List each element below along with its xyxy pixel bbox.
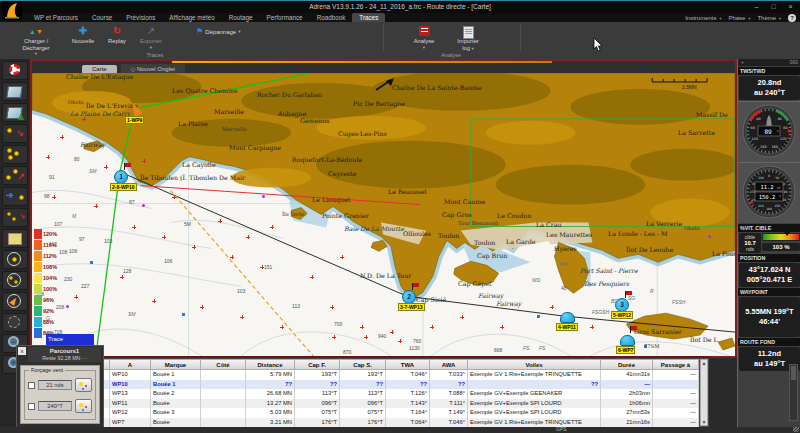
- waypoint-arrow-icon[interactable]: ➔: [2, 187, 28, 206]
- charger-decharger-button[interactable]: ▲▼ Charger / Décharger ▾: [10, 25, 62, 58]
- column-header-c-t-[interactable]: Côté: [201, 359, 246, 370]
- close-button[interactable]: ×: [783, 2, 798, 12]
- waypoint-label[interactable]: 3-7-WP13: [398, 303, 425, 311]
- table-row[interactable]: WP11WP12Bouée 35.03 MN075°T075°TT.164°T.…: [58, 408, 699, 418]
- waypoint-label[interactable]: 2-8-WP10: [110, 183, 137, 191]
- chart-scale-label: 2.5MN: [682, 84, 697, 90]
- svg-text:40: 40: [777, 117, 781, 121]
- place-label: Gros Sarranier: [634, 328, 682, 335]
- place-label: Obstn: [684, 225, 700, 231]
- column-header-dur-e[interactable]: Durée: [601, 359, 653, 370]
- tab-nouvel-onglet[interactable]: ◇ Nouvel Onglet: [121, 64, 185, 73]
- waypoint-marker[interactable]: [620, 335, 635, 346]
- troubleshoot-icon: ⚑: [196, 27, 203, 36]
- svg-text:80: 80: [783, 126, 787, 130]
- maximize-button[interactable]: □: [766, 2, 781, 12]
- table-row[interactable]: WP10WP13Bouée 226.68 MN113°T113°TT.126°T…: [58, 389, 699, 399]
- instrument-settings-icon[interactable]: +: [741, 59, 744, 66]
- table-row[interactable]: WP12WP7Bouée3.21 MN176°T176°TT.064°T.046…: [58, 418, 699, 428]
- wind-dir-picker-button[interactable]: [75, 399, 92, 413]
- menu-th-me[interactable]: Thème ▾: [757, 15, 781, 21]
- menu-tab-performance[interactable]: Performance: [260, 13, 310, 22]
- exporter-button[interactable]: ↗ Exporter ▾: [134, 25, 168, 51]
- chart-icon[interactable]: [2, 82, 28, 101]
- waypoint-label[interactable]: 4-WP11: [556, 323, 578, 331]
- wind-speed-field[interactable]: 21 nds: [38, 380, 72, 390]
- table-cell: 41mn31s: [601, 370, 653, 380]
- danger-mark-icon: [200, 305, 204, 309]
- table-cell: T.149°: [430, 408, 468, 418]
- place-label: Île Verte: [282, 211, 304, 217]
- notes-icon[interactable]: [2, 229, 28, 248]
- table-row[interactable]: bateauWP10Bouée 1????????????—: [58, 380, 699, 390]
- waypoint-label[interactable]: 6-WP7: [616, 346, 635, 354]
- column-header-distance[interactable]: Distance: [246, 359, 295, 370]
- column-header-cap-s-[interactable]: Cap S.: [340, 359, 386, 370]
- column-header-a[interactable]: A: [110, 359, 151, 370]
- menu-tab-pr-visions[interactable]: Prévisions: [119, 13, 162, 22]
- importer-log-button[interactable]: Importer log ▾: [448, 25, 488, 52]
- tab-carte[interactable]: Carte: [82, 65, 117, 73]
- table-cell: ??: [246, 380, 295, 390]
- table-row[interactable]: WP9WP10Bouée 15.79 MN193°T193°TT.046°T.0…: [58, 370, 699, 380]
- instruments-scrollbar[interactable]: [789, 364, 798, 421]
- help-button[interactable]: ?: [788, 14, 796, 22]
- svg-text:270: 270: [750, 190, 756, 194]
- column-header-voiles[interactable]: Voiles: [468, 359, 601, 370]
- place-label: Gémenos: [300, 117, 330, 124]
- nautical-chart[interactable]: 2.5MN Chaîne De L'EstaqueObstnÎle De L'E…: [32, 73, 735, 356]
- svg-text:90: 90: [784, 190, 788, 194]
- selection-circle-icon[interactable]: [2, 313, 28, 332]
- circle-waypoints-icon[interactable]: [2, 271, 28, 290]
- seabed-notation: WD: [532, 277, 540, 283]
- menu-tab-affichage-m-t-o[interactable]: Affichage météo: [162, 13, 221, 22]
- waypoint-label[interactable]: 1-WP9: [125, 116, 144, 124]
- circle-waypoint-icon[interactable]: [2, 250, 28, 269]
- waypoint-marker-2[interactable]: 2: [402, 290, 416, 304]
- circle-validate-icon[interactable]: [2, 292, 28, 311]
- table-row[interactable]: WP13WP11Bouée13.27 MN096°T096°TT.143°T.1…: [58, 399, 699, 409]
- wind-dir-field[interactable]: 240°T: [38, 401, 72, 411]
- wind-speed-checkbox[interactable]: [28, 382, 35, 389]
- column-header-passage-[interactable]: Passage à: [653, 359, 699, 370]
- waypoint-route-icon[interactable]: ↘: [2, 124, 28, 143]
- scroll-up-icon[interactable]: ▲: [701, 360, 707, 366]
- waypoints-icon[interactable]: [2, 145, 28, 164]
- column-header-cap-f-[interactable]: Cap F.: [295, 359, 340, 370]
- menu-tab-wp-et-parcours[interactable]: WP et Parcours: [27, 13, 85, 22]
- place-label: Pic De Bertagne: [353, 100, 405, 107]
- place-label: Îlot De L: [690, 336, 718, 343]
- waypoint-label[interactable]: 5-WP12: [611, 311, 633, 319]
- minimize-button[interactable]: –: [749, 2, 764, 12]
- waypoint-marker-3[interactable]: 3: [615, 298, 629, 312]
- column-header-marque[interactable]: Marque: [151, 359, 201, 370]
- wind-speed-picker-button[interactable]: [75, 378, 92, 392]
- wind-dir-checkbox[interactable]: [28, 403, 35, 410]
- column-header-awa[interactable]: AWA: [430, 359, 468, 370]
- scroll-down-icon[interactable]: ▼: [701, 419, 707, 425]
- menu-tab-roadbook[interactable]: Roadbook: [310, 13, 353, 22]
- menu-instruments[interactable]: Instruments ▾: [685, 15, 721, 21]
- waypoint-marker[interactable]: [560, 312, 575, 323]
- table-scrollbar[interactable]: ▲ ▼: [700, 359, 708, 426]
- parcours-close-button[interactable]: x: [18, 347, 26, 355]
- nouvelle-button[interactable]: ✚ Nouvelle: [66, 25, 100, 45]
- waypoint-marker-1[interactable]: 1: [114, 170, 128, 184]
- analyse-button[interactable]: Analyse ▾: [406, 25, 442, 51]
- menu-tab-routage[interactable]: Routage: [222, 13, 260, 22]
- depannage-button[interactable]: ⚑ Dépannage ▾: [196, 27, 240, 36]
- waypoints-path-icon[interactable]: ↗: [2, 166, 28, 185]
- waypoints-small-icon[interactable]: ↘: [2, 208, 28, 227]
- depth-sounding: 208: [56, 304, 64, 310]
- chart-boat-icon[interactable]: [2, 103, 28, 122]
- nouvel-onglet-label: Nouvel Onglet: [137, 66, 175, 72]
- menu-tab-traces[interactable]: Traces: [352, 13, 385, 22]
- resize-grip[interactable]: [793, 427, 799, 432]
- menu-phase[interactable]: Phase ▾: [728, 15, 750, 21]
- tws-twd-panel: TWS/TWD 20.8nd au 240°T: [738, 67, 800, 100]
- column-header-twa[interactable]: TWA: [386, 359, 430, 370]
- replay-button[interactable]: ↻ Replay: [102, 25, 132, 45]
- mob-lifebuoy-icon[interactable]: [2, 61, 28, 80]
- table-cell: Exemple GV+Exemple SPI LOURD: [468, 408, 601, 418]
- menu-tab-course[interactable]: Course: [85, 13, 119, 22]
